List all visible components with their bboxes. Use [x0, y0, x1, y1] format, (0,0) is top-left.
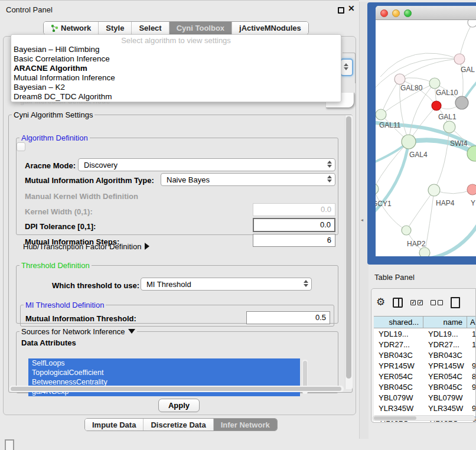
tab-select[interactable]: Select: [132, 22, 169, 34]
select-all-checks-icon[interactable]: ✓✓: [410, 300, 423, 305]
table-hscrollbar-thumb[interactable]: [374, 416, 416, 420]
deselect-all-checks-icon[interactable]: [431, 300, 443, 305]
cyni-algorithm-settings-group: Cyni Algorithm Settings Algorithm Defini…: [8, 110, 353, 393]
table-cell: YDL19...: [423, 328, 467, 339]
control-panel: Control Panel ✕ NetworkStyleSelectCyni T…: [0, 0, 359, 437]
top-tab-bar: NetworkStyleSelectCyni ToolboxjActiveMNo…: [43, 21, 309, 35]
network-canvas[interactable]: GALGAL80GAL10GAL1SWI4GAL11GAL4GCY1HAP4YH…: [376, 20, 476, 256]
tab-network[interactable]: Network: [44, 22, 99, 34]
table-cell: YPR145W: [423, 360, 467, 371]
focused-combo-spinner-fragment[interactable]: [340, 58, 353, 76]
gear-icon[interactable]: ⚙: [376, 298, 385, 307]
threshold-definition-group: Threshold Definition Which threshold to …: [16, 261, 338, 324]
table-toolbar: ⚙ ✓✓: [376, 294, 476, 311]
splitter-handle-icon[interactable]: ◂: [361, 217, 363, 223]
node-partial-top[interactable]: [468, 20, 476, 27]
tab-label: Network: [61, 24, 91, 32]
table-row[interactable]: YPR145WYPR145W9.: [374, 360, 476, 371]
node-label: GAL10: [436, 89, 458, 97]
algorithm-option[interactable]: Bayesian – K2: [11, 83, 341, 92]
tab-jactivemnodules[interactable]: jActiveMNodules: [232, 22, 308, 34]
column-header[interactable]: A: [467, 317, 476, 328]
export-table-icon[interactable]: [451, 297, 460, 308]
table-cell: [467, 350, 476, 360]
node-swi4[interactable]: [444, 121, 455, 133]
algorithm-option[interactable]: Basic Correlation Inference: [11, 54, 341, 64]
close-icon[interactable]: ✕: [348, 4, 355, 13]
table-row[interactable]: YBR043CYBR043C: [374, 350, 476, 360]
table-row[interactable]: YLR345WYLR345W9.: [374, 403, 476, 413]
attribute-item[interactable]: SelfLoops: [28, 358, 300, 368]
columns-icon[interactable]: [393, 298, 403, 308]
tab-impute-data[interactable]: Impute Data: [85, 419, 144, 431]
table-row[interactable]: YER054CYER054C8.: [374, 371, 476, 381]
settings-hscrollbar-thumb[interactable]: [11, 387, 341, 391]
algorithm-option[interactable]: Mutual Information Inference: [11, 73, 341, 83]
network-window-titlebar[interactable]: [376, 6, 476, 20]
node-gal10[interactable]: [429, 78, 440, 89]
sources-title[interactable]: Sources for Network Inference: [19, 327, 137, 336]
tab-style[interactable]: Style: [99, 22, 132, 34]
tab-discretize-data[interactable]: Discretize Data: [144, 419, 213, 431]
which-threshold-combo[interactable]: MI Threshold: [141, 278, 312, 291]
algorithm-definition-group: Algorithm Definition Aracne Mode: Discov…: [16, 133, 338, 235]
node-gal11[interactable]: [376, 109, 386, 120]
node-salmon-node[interactable]: [467, 184, 476, 195]
node-hap2[interactable]: [402, 226, 411, 235]
minimize-traffic-icon[interactable]: [392, 9, 400, 17]
table-row[interactable]: YBL079WYBL079W: [374, 392, 476, 403]
node-label: SWI4: [450, 139, 468, 148]
table-panel-title: Table Panel: [374, 273, 415, 282]
node-label: HAP4: [436, 199, 455, 207]
aracne-mode-combo[interactable]: Discovery: [78, 158, 335, 171]
node-pink-top[interactable]: [454, 54, 465, 64]
attributes-scrollbar-thumb[interactable]: [303, 361, 307, 388]
table-cell: YDR27...: [374, 339, 423, 350]
node-table: shared... name A YDL19...YDL19...13YDR27…: [374, 316, 476, 423]
column-header[interactable]: shared...: [374, 317, 423, 328]
manual-kernel-checkbox[interactable]: [17, 142, 25, 151]
aracne-mode-label: Aracne Mode:: [25, 161, 76, 170]
mi-type-label: Mutual Information Algorithm Type:: [25, 176, 154, 185]
combo-spinner-icon: [304, 280, 308, 287]
algorithm-dropdown-items: Bayesian – Hill ClimbingBasic Correlatio…: [11, 45, 341, 102]
network-view-window[interactable]: GALGAL80GAL10GAL1SWI4GAL11GAL4GCY1HAP4YH…: [376, 6, 476, 256]
table-cell: 12: [467, 339, 476, 350]
table-cell: YBL079W: [423, 392, 467, 403]
algorithm-option[interactable]: Bayesian – Hill Climbing: [11, 45, 341, 54]
node-gray-node[interactable]: [455, 96, 468, 109]
dpi-tolerance-input[interactable]: 0.0: [253, 218, 335, 232]
table-row[interactable]: YDL19...YDL19...13: [374, 328, 476, 339]
zoom-traffic-icon[interactable]: [404, 9, 412, 17]
panel-corner-icon[interactable]: [5, 439, 14, 450]
kernel-width-input[interactable]: 0.0: [253, 203, 335, 216]
attribute-item[interactable]: TopologicalCoefficient: [28, 368, 300, 377]
node-label: GAL4: [409, 151, 428, 159]
mi-threshold-group: MI Threshold Definition Mutual Informati…: [20, 301, 334, 327]
mi-threshold-input[interactable]: 0.5: [246, 311, 330, 324]
settings-vscrollbar-thumb[interactable]: [346, 116, 351, 379]
hub-definition-toggle[interactable]: Hub/Transcription Factor Definition: [23, 242, 149, 251]
table-row[interactable]: YBR045CYBR045C9.: [374, 381, 476, 392]
algorithm-option[interactable]: Dream8 DC_TDC Algorithm: [11, 92, 341, 102]
undock-icon[interactable]: [338, 7, 344, 14]
node-left-partial[interactable]: [376, 184, 379, 194]
node-bottom-partial[interactable]: [419, 247, 430, 256]
tab-cyni-toolbox[interactable]: Cyni Toolbox: [169, 22, 232, 34]
column-header[interactable]: name: [423, 317, 467, 328]
data-attributes-label: Data Attributes: [21, 338, 76, 347]
tab-infer-network[interactable]: Infer Network: [214, 419, 277, 431]
node-red-node[interactable]: [432, 101, 441, 110]
close-traffic-icon[interactable]: [380, 9, 388, 17]
network-view-frame: GALGAL80GAL10GAL1SWI4GAL11GAL4GCY1HAP4YH…: [367, 2, 476, 265]
node-gal80[interactable]: [395, 74, 405, 84]
apply-button[interactable]: Apply: [158, 399, 200, 412]
node-label: Y: [471, 199, 475, 207]
node-hap4[interactable]: [428, 184, 440, 196]
node-gal4[interactable]: [402, 135, 416, 149]
table-cell: YER054C: [423, 371, 467, 381]
algorithm-option[interactable]: ARACNE Algorithm: [11, 64, 341, 73]
table-row[interactable]: YDR27...YDR27...12: [374, 339, 476, 350]
mi-type-combo[interactable]: Naive Bayes: [161, 173, 335, 186]
mi-steps-input[interactable]: 6: [253, 234, 335, 247]
